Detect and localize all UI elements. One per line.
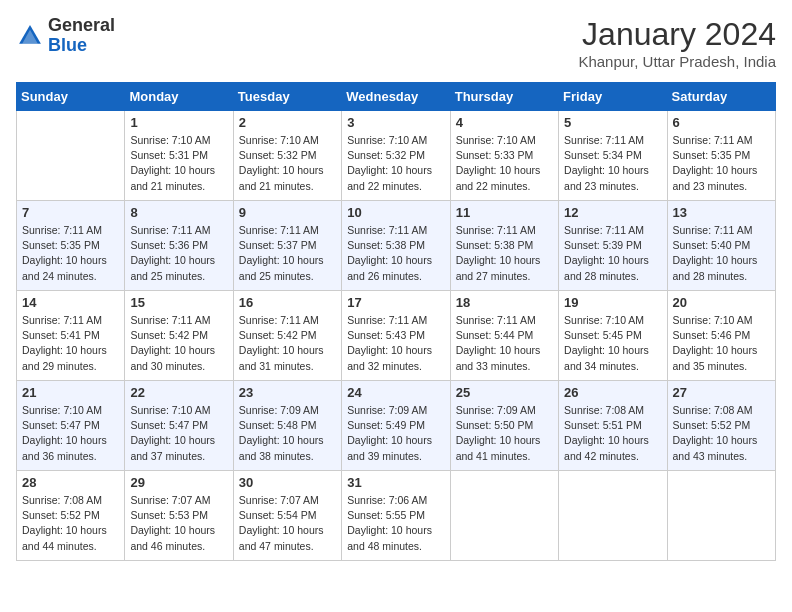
logo: General Blue [16, 16, 115, 56]
day-info: Sunrise: 7:06 AM Sunset: 5:55 PM Dayligh… [347, 493, 444, 554]
day-number: 23 [239, 385, 336, 400]
day-info: Sunrise: 7:10 AM Sunset: 5:32 PM Dayligh… [347, 133, 444, 194]
day-number: 11 [456, 205, 553, 220]
day-number: 29 [130, 475, 227, 490]
day-info: Sunrise: 7:10 AM Sunset: 5:33 PM Dayligh… [456, 133, 553, 194]
day-info: Sunrise: 7:11 AM Sunset: 5:42 PM Dayligh… [239, 313, 336, 374]
week-row-2: 7Sunrise: 7:11 AM Sunset: 5:35 PM Daylig… [17, 201, 776, 291]
day-info: Sunrise: 7:07 AM Sunset: 5:54 PM Dayligh… [239, 493, 336, 554]
day-number: 13 [673, 205, 770, 220]
day-number: 4 [456, 115, 553, 130]
day-info: Sunrise: 7:11 AM Sunset: 5:40 PM Dayligh… [673, 223, 770, 284]
day-info: Sunrise: 7:11 AM Sunset: 5:36 PM Dayligh… [130, 223, 227, 284]
calendar-cell [450, 471, 558, 561]
day-info: Sunrise: 7:08 AM Sunset: 5:52 PM Dayligh… [673, 403, 770, 464]
calendar-cell: 8Sunrise: 7:11 AM Sunset: 5:36 PM Daylig… [125, 201, 233, 291]
day-info: Sunrise: 7:08 AM Sunset: 5:51 PM Dayligh… [564, 403, 661, 464]
calendar-cell: 31Sunrise: 7:06 AM Sunset: 5:55 PM Dayli… [342, 471, 450, 561]
day-info: Sunrise: 7:11 AM Sunset: 5:44 PM Dayligh… [456, 313, 553, 374]
day-number: 27 [673, 385, 770, 400]
day-info: Sunrise: 7:07 AM Sunset: 5:53 PM Dayligh… [130, 493, 227, 554]
day-info: Sunrise: 7:11 AM Sunset: 5:42 PM Dayligh… [130, 313, 227, 374]
month-year-title: January 2024 [578, 16, 776, 53]
calendar-header: SundayMondayTuesdayWednesdayThursdayFrid… [17, 83, 776, 111]
calendar-cell: 20Sunrise: 7:10 AM Sunset: 5:46 PM Dayli… [667, 291, 775, 381]
calendar-cell: 14Sunrise: 7:11 AM Sunset: 5:41 PM Dayli… [17, 291, 125, 381]
day-number: 15 [130, 295, 227, 310]
day-number: 20 [673, 295, 770, 310]
header-saturday: Saturday [667, 83, 775, 111]
calendar-cell: 4Sunrise: 7:10 AM Sunset: 5:33 PM Daylig… [450, 111, 558, 201]
day-number: 26 [564, 385, 661, 400]
day-number: 10 [347, 205, 444, 220]
day-number: 14 [22, 295, 119, 310]
calendar-cell: 26Sunrise: 7:08 AM Sunset: 5:51 PM Dayli… [559, 381, 667, 471]
calendar-cell: 27Sunrise: 7:08 AM Sunset: 5:52 PM Dayli… [667, 381, 775, 471]
calendar-body: 1Sunrise: 7:10 AM Sunset: 5:31 PM Daylig… [17, 111, 776, 561]
location-subtitle: Khanpur, Uttar Pradesh, India [578, 53, 776, 70]
day-info: Sunrise: 7:10 AM Sunset: 5:45 PM Dayligh… [564, 313, 661, 374]
day-info: Sunrise: 7:09 AM Sunset: 5:50 PM Dayligh… [456, 403, 553, 464]
day-number: 21 [22, 385, 119, 400]
day-info: Sunrise: 7:11 AM Sunset: 5:37 PM Dayligh… [239, 223, 336, 284]
day-number: 25 [456, 385, 553, 400]
day-info: Sunrise: 7:09 AM Sunset: 5:48 PM Dayligh… [239, 403, 336, 464]
calendar-cell: 15Sunrise: 7:11 AM Sunset: 5:42 PM Dayli… [125, 291, 233, 381]
calendar-cell: 21Sunrise: 7:10 AM Sunset: 5:47 PM Dayli… [17, 381, 125, 471]
day-info: Sunrise: 7:11 AM Sunset: 5:39 PM Dayligh… [564, 223, 661, 284]
day-number: 17 [347, 295, 444, 310]
day-number: 31 [347, 475, 444, 490]
calendar-cell: 28Sunrise: 7:08 AM Sunset: 5:52 PM Dayli… [17, 471, 125, 561]
calendar-cell: 25Sunrise: 7:09 AM Sunset: 5:50 PM Dayli… [450, 381, 558, 471]
calendar-cell: 11Sunrise: 7:11 AM Sunset: 5:38 PM Dayli… [450, 201, 558, 291]
day-info: Sunrise: 7:10 AM Sunset: 5:47 PM Dayligh… [22, 403, 119, 464]
week-row-4: 21Sunrise: 7:10 AM Sunset: 5:47 PM Dayli… [17, 381, 776, 471]
calendar-cell: 24Sunrise: 7:09 AM Sunset: 5:49 PM Dayli… [342, 381, 450, 471]
day-info: Sunrise: 7:11 AM Sunset: 5:38 PM Dayligh… [456, 223, 553, 284]
day-number: 30 [239, 475, 336, 490]
calendar-cell [17, 111, 125, 201]
day-info: Sunrise: 7:11 AM Sunset: 5:41 PM Dayligh… [22, 313, 119, 374]
day-number: 24 [347, 385, 444, 400]
calendar-cell [667, 471, 775, 561]
week-row-5: 28Sunrise: 7:08 AM Sunset: 5:52 PM Dayli… [17, 471, 776, 561]
day-info: Sunrise: 7:10 AM Sunset: 5:46 PM Dayligh… [673, 313, 770, 374]
calendar-cell: 29Sunrise: 7:07 AM Sunset: 5:53 PM Dayli… [125, 471, 233, 561]
day-info: Sunrise: 7:11 AM Sunset: 5:43 PM Dayligh… [347, 313, 444, 374]
day-number: 2 [239, 115, 336, 130]
calendar-cell: 30Sunrise: 7:07 AM Sunset: 5:54 PM Dayli… [233, 471, 341, 561]
calendar-cell: 6Sunrise: 7:11 AM Sunset: 5:35 PM Daylig… [667, 111, 775, 201]
calendar-cell: 18Sunrise: 7:11 AM Sunset: 5:44 PM Dayli… [450, 291, 558, 381]
calendar-cell: 13Sunrise: 7:11 AM Sunset: 5:40 PM Dayli… [667, 201, 775, 291]
day-number: 1 [130, 115, 227, 130]
calendar-cell: 9Sunrise: 7:11 AM Sunset: 5:37 PM Daylig… [233, 201, 341, 291]
calendar-cell: 7Sunrise: 7:11 AM Sunset: 5:35 PM Daylig… [17, 201, 125, 291]
day-info: Sunrise: 7:10 AM Sunset: 5:31 PM Dayligh… [130, 133, 227, 194]
title-area: January 2024 Khanpur, Uttar Pradesh, Ind… [578, 16, 776, 70]
header-row: SundayMondayTuesdayWednesdayThursdayFrid… [17, 83, 776, 111]
day-info: Sunrise: 7:11 AM Sunset: 5:35 PM Dayligh… [673, 133, 770, 194]
calendar-cell: 17Sunrise: 7:11 AM Sunset: 5:43 PM Dayli… [342, 291, 450, 381]
calendar-cell: 22Sunrise: 7:10 AM Sunset: 5:47 PM Dayli… [125, 381, 233, 471]
calendar-cell: 2Sunrise: 7:10 AM Sunset: 5:32 PM Daylig… [233, 111, 341, 201]
calendar-cell: 12Sunrise: 7:11 AM Sunset: 5:39 PM Dayli… [559, 201, 667, 291]
day-info: Sunrise: 7:10 AM Sunset: 5:47 PM Dayligh… [130, 403, 227, 464]
header-tuesday: Tuesday [233, 83, 341, 111]
day-number: 28 [22, 475, 119, 490]
day-number: 7 [22, 205, 119, 220]
calendar-cell: 5Sunrise: 7:11 AM Sunset: 5:34 PM Daylig… [559, 111, 667, 201]
day-info: Sunrise: 7:11 AM Sunset: 5:35 PM Dayligh… [22, 223, 119, 284]
header-thursday: Thursday [450, 83, 558, 111]
logo-text: General Blue [48, 16, 115, 56]
day-number: 12 [564, 205, 661, 220]
day-info: Sunrise: 7:11 AM Sunset: 5:38 PM Dayligh… [347, 223, 444, 284]
calendar-cell: 19Sunrise: 7:10 AM Sunset: 5:45 PM Dayli… [559, 291, 667, 381]
day-number: 6 [673, 115, 770, 130]
calendar-cell: 10Sunrise: 7:11 AM Sunset: 5:38 PM Dayli… [342, 201, 450, 291]
day-number: 8 [130, 205, 227, 220]
page-header: General Blue January 2024 Khanpur, Uttar… [16, 16, 776, 70]
calendar-cell: 1Sunrise: 7:10 AM Sunset: 5:31 PM Daylig… [125, 111, 233, 201]
day-info: Sunrise: 7:10 AM Sunset: 5:32 PM Dayligh… [239, 133, 336, 194]
calendar-cell: 3Sunrise: 7:10 AM Sunset: 5:32 PM Daylig… [342, 111, 450, 201]
day-number: 22 [130, 385, 227, 400]
